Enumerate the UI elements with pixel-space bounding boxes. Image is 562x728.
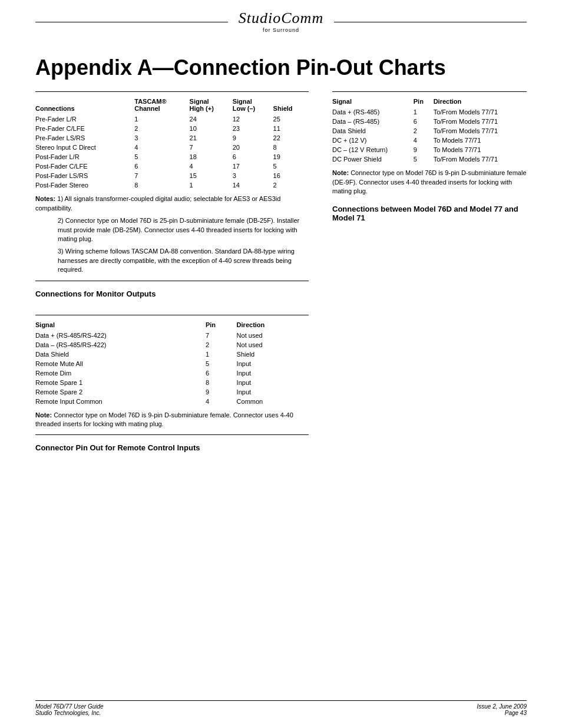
footer: Model 76D/77 User Guide Studio Technolog… — [35, 700, 527, 716]
logo-main: StudioComm — [239, 11, 323, 26]
table-row: Remote Mute All5Input — [35, 359, 309, 368]
table-row: Post-Fader Stereo81142 — [35, 180, 309, 190]
col-signal-low: SignalLow (–) — [233, 97, 273, 114]
rs485-col-direction: Direction — [434, 97, 527, 107]
col-signal-high: SignalHigh (+) — [190, 97, 233, 114]
table-row: Post-Fader L/R518619 — [35, 152, 309, 162]
header: StudioComm for Surround — [0, 0, 562, 38]
main-notes: Notes: 1) All signals transformer-couple… — [35, 195, 309, 274]
table-row: Remote Spare 18Input — [35, 378, 309, 387]
table-row: DC – (12 V Return)9To Models 77/71 — [332, 145, 527, 154]
table-row: Remote Spare 29Input — [35, 387, 309, 397]
rs485-section-heading: Connections between Model 76D and Model … — [332, 205, 527, 222]
footer-company: Studio Technologies, Inc. — [35, 710, 104, 716]
monitor-col-signal: Signal — [35, 320, 206, 331]
table-row: Stereo Input C Direct47208 — [35, 143, 309, 152]
tascam-table: Connections TASCAM®Channel SignalHigh (+… — [35, 97, 309, 190]
divider-monitor — [35, 281, 309, 281]
divider-right-top — [332, 91, 527, 92]
table-row: DC + (12 V)4To Models 77/71 — [332, 136, 527, 145]
col-tascam-channel: TASCAM®Channel — [134, 97, 189, 114]
table-row: Pre-Fader LS/RS321922 — [35, 133, 309, 143]
rs485-note-text: Note: Connector type on Model 76D is 9-p… — [332, 169, 527, 196]
table-row: Data + (RS-485)1To/From Models 77/71 — [332, 107, 527, 117]
footer-issue: Issue 2, June 2009 — [477, 703, 527, 710]
content-left: Connections TASCAM®Channel SignalHigh (+… — [35, 85, 309, 456]
rs485-table: Signal Pin Direction Data + (RS-485)1To/… — [332, 97, 527, 164]
table-row: Remote Dim6Input — [35, 368, 309, 378]
col-connections: Connections — [35, 97, 134, 114]
main-title-area: Appendix A—Connection Pin-Out Charts — [0, 38, 562, 85]
rs485-col-pin: Pin — [414, 97, 434, 107]
divider-monitor2 — [35, 315, 309, 315]
table-row: Pre-Fader L/R1241225 — [35, 114, 309, 124]
table-row: Data + (RS-485/RS-422)7Not used — [35, 331, 309, 340]
logo-subtitle: for Surround — [263, 27, 299, 33]
monitor-heading: Connections for Monitor Outputs — [35, 289, 309, 298]
footer-left: Model 76D/77 User Guide Studio Technolog… — [35, 703, 104, 716]
note-3: 3) Wiring scheme follows TASCAM DA-88 co… — [35, 247, 309, 274]
page-title: Appendix A—Connection Pin-Out Charts — [35, 55, 527, 80]
table-row: Data – (RS-485)6To/From Models 77/71 — [332, 117, 527, 126]
col-shield: Shield — [273, 97, 309, 114]
header-line-right — [334, 22, 527, 22]
table-row: DC Power Shield5To/From Models 77/71 — [332, 154, 527, 164]
monitor-table: Signal Pin Direction Data + (RS-485/RS-4… — [35, 320, 309, 406]
header-line-left — [35, 22, 228, 22]
table-row: Data Shield2To/From Models 77/71 — [332, 126, 527, 136]
content-area: Connections TASCAM®Channel SignalHigh (+… — [0, 85, 562, 456]
footer-model: Model 76D/77 User Guide — [35, 703, 104, 710]
table-row: Post-Fader C/LFE64175 — [35, 162, 309, 171]
table-row: Data – (RS-485/RS-422)2Not used — [35, 340, 309, 350]
note-1: Notes: 1) All signals transformer-couple… — [35, 195, 309, 213]
table-row: Pre-Fader C/LFE2102311 — [35, 124, 309, 133]
monitor-col-pin: Pin — [206, 320, 237, 331]
rs485-note: Note: Connector type on Model 76D is 9-p… — [332, 169, 527, 196]
divider-top — [35, 91, 309, 92]
divider-remote — [35, 434, 309, 435]
logo-area: StudioComm for Surround — [239, 11, 323, 33]
rs485-col-signal: Signal — [332, 97, 414, 107]
table-row: Remote Input Common4Common — [35, 397, 309, 406]
footer-right: Issue 2, June 2009 Page 43 — [477, 703, 527, 716]
table-row: Data Shield1Shield — [35, 350, 309, 359]
footer-page: Page 43 — [477, 710, 527, 716]
content-right: Signal Pin Direction Data + (RS-485)1To/… — [332, 85, 527, 456]
monitor-col-direction: Direction — [237, 320, 309, 331]
monitor-note-text: Note: Connector type on Model 76D is 9-p… — [35, 411, 309, 429]
monitor-note: Note: Connector type on Model 76D is 9-p… — [35, 411, 309, 429]
remote-heading: Connector Pin Out for Remote Control Inp… — [35, 443, 309, 452]
page: StudioComm for Surround Appendix A—Conne… — [0, 0, 562, 728]
note-2: 2) Connector type on Model 76D is 25-pin… — [35, 216, 309, 243]
table-row: Post-Fader LS/RS715316 — [35, 171, 309, 180]
